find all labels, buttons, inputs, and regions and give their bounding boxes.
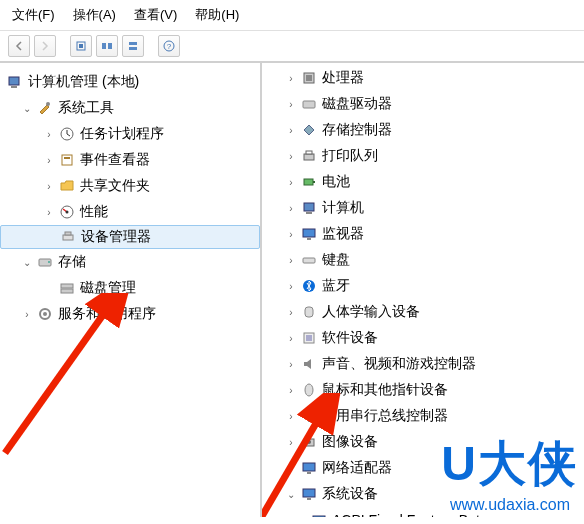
- expand-icon[interactable]: ›: [284, 227, 298, 241]
- computer-icon: [300, 199, 318, 217]
- toolbar-btn-3[interactable]: [122, 35, 144, 57]
- device-label: 系统设备: [322, 485, 378, 503]
- tools-icon: [36, 99, 54, 117]
- services-icon: [36, 305, 54, 323]
- svg-text:?: ?: [167, 42, 172, 51]
- left-pane: 计算机管理 (本地) ⌄ 系统工具 › 任务计划程序 › 事件查看器 › 共享文…: [0, 63, 262, 517]
- software_devices-icon: [300, 329, 318, 347]
- watermark-logo: U大侠: [441, 432, 578, 496]
- menu-action[interactable]: 操作(A): [73, 6, 116, 24]
- device-disk_drives[interactable]: ›磁盘驱动器: [262, 91, 584, 117]
- usb-icon: [300, 407, 318, 425]
- storage-icon: [36, 253, 54, 271]
- tree-storage[interactable]: ⌄ 存储: [0, 249, 260, 275]
- device-software_devices[interactable]: ›软件设备: [262, 325, 584, 351]
- svg-rect-4: [129, 42, 137, 45]
- svg-rect-27: [303, 101, 315, 108]
- expand-icon[interactable]: ›: [284, 175, 298, 189]
- svg-point-10: [46, 102, 50, 106]
- performance-icon: [58, 203, 76, 221]
- svg-rect-40: [306, 335, 312, 341]
- device-label: 键盘: [322, 251, 350, 269]
- device-battery[interactable]: ›电池: [262, 169, 584, 195]
- expand-icon[interactable]: ›: [42, 153, 56, 167]
- help-button[interactable]: ?: [158, 35, 180, 57]
- expand-icon[interactable]: ›: [284, 123, 298, 137]
- device-monitor[interactable]: ›监视器: [262, 221, 584, 247]
- device-bluetooth[interactable]: ›蓝牙: [262, 273, 584, 299]
- services-apps-label: 服务和应用程序: [58, 305, 156, 323]
- storage-label: 存储: [58, 253, 86, 271]
- tree-root-label: 计算机管理 (本地): [28, 73, 139, 91]
- toolbar-btn-1[interactable]: [70, 35, 92, 57]
- monitor-icon: [300, 225, 318, 243]
- battery-icon: [300, 173, 318, 191]
- svg-rect-5: [129, 47, 137, 50]
- menu-file[interactable]: 文件(F): [12, 6, 55, 24]
- back-button[interactable]: [8, 35, 30, 57]
- expand-icon[interactable]: ›: [284, 331, 298, 345]
- expand-icon[interactable]: ›: [42, 205, 56, 219]
- processor-icon: [300, 69, 318, 87]
- forward-button[interactable]: [34, 35, 56, 57]
- device-manager-label: 设备管理器: [81, 228, 151, 246]
- device-label: 电池: [322, 173, 350, 191]
- expand-icon[interactable]: ›: [284, 253, 298, 267]
- svg-rect-9: [11, 86, 17, 88]
- performance-label: 性能: [80, 203, 108, 221]
- tree-device-manager[interactable]: 设备管理器: [0, 225, 260, 249]
- tree-performance[interactable]: › 性能: [0, 199, 260, 225]
- device-mouse[interactable]: ›鼠标和其他指针设备: [262, 377, 584, 403]
- expand-icon[interactable]: ›: [284, 383, 298, 397]
- expand-icon[interactable]: ›: [284, 461, 298, 475]
- tree-services-apps[interactable]: › 服务和应用程序: [0, 301, 260, 327]
- device-label: 处理器: [322, 69, 364, 87]
- tree-disk-mgmt[interactable]: 磁盘管理: [0, 275, 260, 301]
- svg-line-24: [5, 305, 110, 453]
- device-processor[interactable]: ›处理器: [262, 65, 584, 91]
- acpi-icon: [310, 511, 328, 517]
- menu-view[interactable]: 查看(V): [134, 6, 177, 24]
- device-hid[interactable]: ›人体学输入设备: [262, 299, 584, 325]
- expand-icon[interactable]: ›: [42, 127, 56, 141]
- clock-icon: [58, 125, 76, 143]
- expand-icon[interactable]: ›: [284, 71, 298, 85]
- svg-rect-36: [303, 258, 315, 263]
- menu-help[interactable]: 帮助(H): [195, 6, 239, 24]
- device-label: 通用串行总线控制器: [322, 407, 448, 425]
- expand-icon[interactable]: ›: [284, 97, 298, 111]
- device-usb[interactable]: ›通用串行总线控制器: [262, 403, 584, 429]
- tree-system-tools[interactable]: ⌄ 系统工具: [0, 95, 260, 121]
- device-keyboard[interactable]: ›键盘: [262, 247, 584, 273]
- tree-shared-folders[interactable]: › 共享文件夹: [0, 173, 260, 199]
- toolbar-btn-2[interactable]: [96, 35, 118, 57]
- expand-icon[interactable]: ›: [42, 179, 56, 193]
- folder-icon: [58, 177, 76, 195]
- device-label: 蓝牙: [322, 277, 350, 295]
- device-print_queues[interactable]: ›打印队列: [262, 143, 584, 169]
- svg-rect-34: [303, 229, 315, 237]
- expand-icon[interactable]: ⌄: [20, 255, 34, 269]
- storage_controllers-icon: [300, 121, 318, 139]
- expand-icon[interactable]: ›: [284, 201, 298, 215]
- expand-icon[interactable]: ›: [284, 435, 298, 449]
- expand-icon[interactable]: ›: [284, 279, 298, 293]
- expand-icon[interactable]: ›: [284, 305, 298, 319]
- expand-icon[interactable]: ›: [284, 357, 298, 371]
- tree-root[interactable]: 计算机管理 (本地): [0, 69, 260, 95]
- svg-rect-8: [9, 77, 19, 85]
- event-icon: [58, 151, 76, 169]
- hid-icon: [300, 303, 318, 321]
- expand-icon[interactable]: ›: [20, 307, 34, 321]
- tree-task-scheduler[interactable]: › 任务计划程序: [0, 121, 260, 147]
- watermark-text: 大侠: [478, 437, 578, 490]
- expand-icon[interactable]: ›: [284, 149, 298, 163]
- tree-event-viewer[interactable]: › 事件查看器: [0, 147, 260, 173]
- device-storage_controllers[interactable]: ›存储控制器: [262, 117, 584, 143]
- device-sound[interactable]: ›声音、视频和游戏控制器: [262, 351, 584, 377]
- expand-icon[interactable]: ⌄: [284, 487, 298, 501]
- expand-icon[interactable]: ›: [284, 409, 298, 423]
- expand-icon[interactable]: ⌄: [20, 101, 34, 115]
- device-computer[interactable]: ›计算机: [262, 195, 584, 221]
- svg-rect-12: [62, 155, 72, 165]
